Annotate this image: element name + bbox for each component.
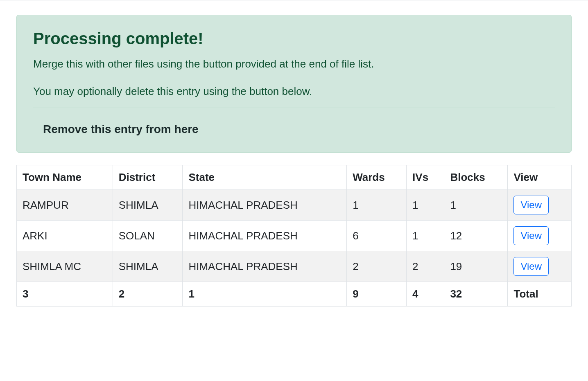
cell-view: View: [508, 251, 572, 282]
cell-ivs: 1: [407, 221, 444, 251]
cell-town: RAMPUR: [17, 190, 113, 221]
cell-state: HIMACHAL PRADESH: [183, 251, 347, 282]
success-alert: Processing complete! Merge this with oth…: [16, 15, 572, 153]
cell-state: HIMACHAL PRADESH: [183, 190, 347, 221]
cell-blocks: 12: [444, 221, 508, 251]
cell-district: SHIMLA: [113, 251, 183, 282]
header-state: State: [183, 165, 347, 190]
cell-wards: 1: [347, 190, 407, 221]
header-ivs: IVs: [407, 165, 444, 190]
header-blocks: Blocks: [444, 165, 508, 190]
alert-line-1: Merge this with other files using the bu…: [33, 56, 555, 72]
cell-view: View: [508, 221, 572, 251]
total-label: Total: [508, 282, 572, 307]
cell-state: HIMACHAL PRADESH: [183, 221, 347, 251]
cell-ivs: 1: [407, 190, 444, 221]
alert-divider: [33, 108, 555, 108]
table-row: ARKI SOLAN HIMACHAL PRADESH 6 1 12 View: [17, 221, 572, 251]
cell-blocks: 1: [444, 190, 508, 221]
data-table: Town Name District State Wards IVs Block…: [16, 165, 572, 307]
header-view: View: [508, 165, 572, 190]
cell-wards: 2: [347, 251, 407, 282]
cell-view: View: [508, 190, 572, 221]
total-ivs: 4: [407, 282, 444, 307]
table-row: RAMPUR SHIMLA HIMACHAL PRADESH 1 1 1 Vie…: [17, 190, 572, 221]
cell-town: SHIMLA MC: [17, 251, 113, 282]
alert-heading: Processing complete!: [33, 29, 555, 48]
header-wards: Wards: [347, 165, 407, 190]
table-row: SHIMLA MC SHIMLA HIMACHAL PRADESH 2 2 19…: [17, 251, 572, 282]
table-header-row: Town Name District State Wards IVs Block…: [17, 165, 572, 190]
table-total-row: 3 2 1 9 4 32 Total: [17, 282, 572, 307]
cell-ivs: 2: [407, 251, 444, 282]
total-district: 2: [113, 282, 183, 307]
cell-blocks: 19: [444, 251, 508, 282]
total-town: 3: [17, 282, 113, 307]
view-button[interactable]: View: [513, 196, 549, 214]
header-town: Town Name: [17, 165, 113, 190]
cell-wards: 6: [347, 221, 407, 251]
view-button[interactable]: View: [513, 226, 549, 245]
total-wards: 9: [347, 282, 407, 307]
header-district: District: [113, 165, 183, 190]
cell-district: SOLAN: [113, 221, 183, 251]
cell-town: ARKI: [17, 221, 113, 251]
total-blocks: 32: [444, 282, 508, 307]
view-button[interactable]: View: [513, 257, 549, 276]
cell-district: SHIMLA: [113, 190, 183, 221]
page-container: Processing complete! Merge this with oth…: [0, 0, 588, 321]
alert-line-2: You may optionally delete this entry usi…: [33, 83, 555, 99]
total-state: 1: [183, 282, 347, 307]
remove-entry-button[interactable]: Remove this entry from here: [33, 119, 199, 136]
